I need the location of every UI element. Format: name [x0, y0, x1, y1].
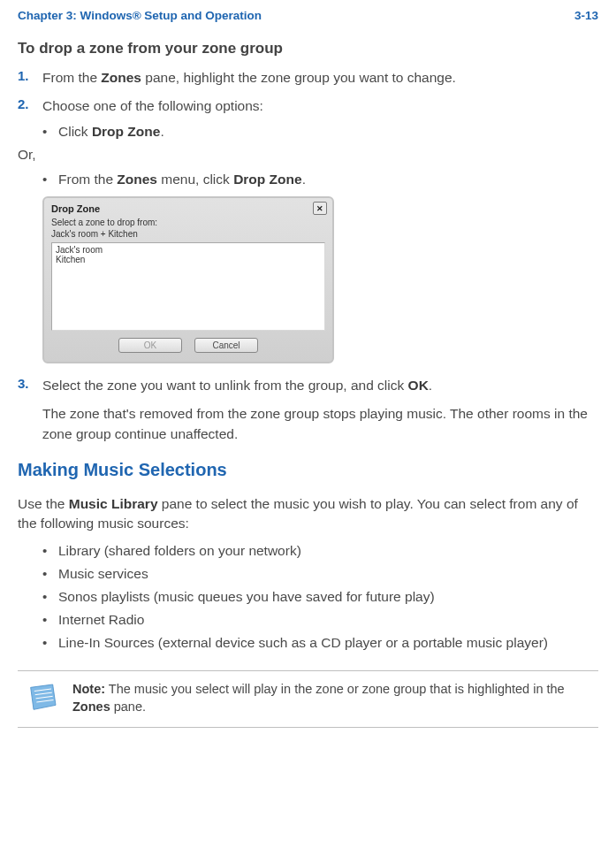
close-icon[interactable]: ✕: [313, 202, 327, 215]
step-3: 3. Select the zone you want to unlink fr…: [18, 376, 598, 395]
source-item: • Internet Radio: [42, 612, 598, 628]
page-number: 3-13: [574, 9, 598, 22]
drop-zone-dialog: Drop Zone ✕ Select a zone to drop from: …: [42, 196, 334, 363]
note-text: Note: The music you select will play in …: [72, 680, 591, 716]
source-item: • Music services: [42, 566, 598, 582]
step-3-followup: The zone that's removed from the zone gr…: [42, 404, 598, 444]
source-item: • Library (shared folders on your networ…: [42, 543, 598, 559]
chapter-title: Chapter 3: Windows® Setup and Operation: [18, 9, 262, 22]
source-item: • Line-In Sources (external device such …: [42, 635, 598, 651]
dialog-instruction: Select a zone to drop from:: [44, 218, 332, 229]
step-num-3: 3.: [18, 376, 42, 395]
heading-making-music: Making Music Selections: [18, 460, 598, 480]
step-1-text: From the Zones pane, highlight the zone …: [42, 68, 456, 88]
bullet-dot: •: [42, 566, 58, 582]
zone-list[interactable]: Jack's room Kitchen: [51, 242, 325, 331]
music-sources-list: • Library (shared folders on your networ…: [18, 543, 598, 651]
section-title-drop-zone: To drop a zone from your zone group: [18, 40, 598, 57]
bullet-dot: •: [42, 589, 58, 605]
dialog-buttons: OK Cancel: [44, 331, 332, 362]
bullet-dot: •: [42, 635, 58, 651]
source-item: • Sonos playlists (music queues you have…: [42, 589, 598, 605]
bullet-zones-menu: • From the Zones menu, click Drop Zone.: [42, 172, 598, 187]
music-intro: Use the Music Library pane to select the…: [18, 494, 598, 534]
ok-button[interactable]: OK: [118, 338, 182, 353]
bullet-dot: •: [42, 172, 58, 187]
note-icon: [25, 680, 60, 715]
list-item[interactable]: Kitchen: [56, 255, 321, 264]
step-2: 2. Choose one of the following options:: [18, 96, 598, 116]
bullet-dot: •: [42, 543, 58, 559]
dialog-group-name: Jack's room + Kitchen: [44, 229, 332, 242]
page-header: Chapter 3: Windows® Setup and Operation …: [18, 9, 598, 22]
list-item[interactable]: Jack's room: [56, 245, 321, 255]
bullet-dot: •: [42, 124, 58, 140]
dialog-title: Drop Zone: [51, 203, 100, 214]
step-2-text: Choose one of the following options:: [42, 96, 263, 116]
or-text: Or,: [18, 147, 598, 163]
bullet-click-drop-zone: • Click Drop Zone.: [42, 124, 598, 140]
step-3-text: Select the zone you want to unlink from …: [42, 376, 432, 395]
cancel-button[interactable]: Cancel: [194, 338, 258, 353]
dialog-titlebar: Drop Zone ✕: [44, 198, 332, 218]
step-num-2: 2.: [18, 96, 42, 116]
step-1: 1. From the Zones pane, highlight the zo…: [18, 68, 598, 88]
step-num-1: 1.: [18, 68, 42, 88]
note-box: Note: The music you select will play in …: [18, 670, 598, 728]
bullet-dot: •: [42, 612, 58, 628]
